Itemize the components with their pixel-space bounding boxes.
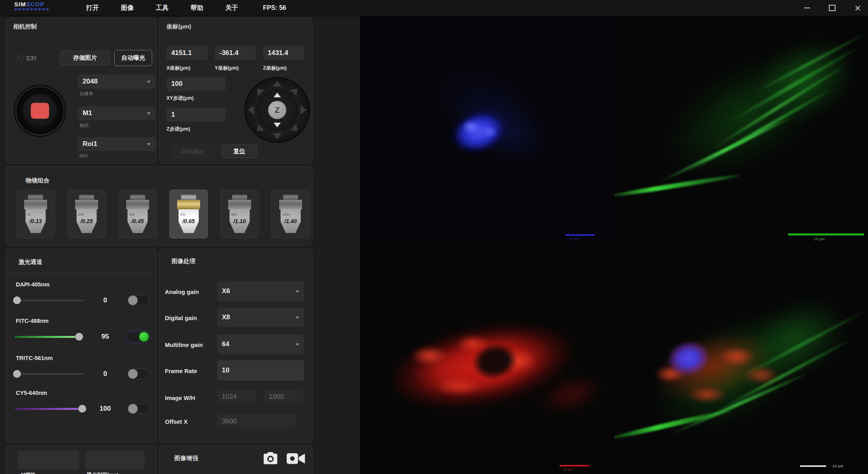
record-stop-button[interactable] bbox=[15, 85, 65, 136]
dapi-toggle[interactable] bbox=[127, 295, 149, 305]
y-coordinate-value[interactable]: -361.4 bbox=[215, 46, 256, 60]
objective-100x[interactable]: 100x/1.40 bbox=[271, 190, 310, 239]
joystick-right-icon[interactable] bbox=[301, 106, 306, 114]
xy-step-input[interactable]: 100 bbox=[166, 77, 226, 91]
objective-icon: 60x/1.10 bbox=[228, 195, 251, 233]
menubar: 打开 图像 工具 帮助 关于 bbox=[75, 0, 249, 16]
m-gain-input[interactable] bbox=[18, 451, 79, 470]
tritc-toggle[interactable] bbox=[127, 369, 149, 379]
chevron-down-icon bbox=[147, 81, 151, 83]
objective-20x[interactable]: 20x/0.45 bbox=[118, 190, 157, 239]
titlebar: SIMSCOP 打开 图像 工具 帮助 关于 FPS: 56 bbox=[0, 0, 868, 16]
tritc-slider[interactable] bbox=[15, 373, 84, 375]
reset-button[interactable]: 复位 bbox=[221, 144, 257, 158]
offset-x-input[interactable]: 3600 bbox=[217, 414, 296, 428]
live-radio[interactable] bbox=[18, 55, 23, 61]
video-camera-icon[interactable] bbox=[286, 451, 306, 466]
menu-about[interactable]: 关于 bbox=[214, 4, 249, 12]
dapi-slider-thumb[interactable] bbox=[13, 296, 21, 304]
maximize-button[interactable] bbox=[827, 3, 837, 13]
objective-60x[interactable]: 60x/1.10 bbox=[220, 190, 259, 239]
z-down-icon[interactable] bbox=[274, 123, 281, 127]
cy5-toggle[interactable] bbox=[127, 404, 149, 414]
objective-4x[interactable]: 4x/0.13 bbox=[16, 190, 55, 239]
joystick-downleft-icon[interactable] bbox=[254, 124, 264, 134]
objective-40x-selected[interactable]: 40x/0.65 bbox=[169, 190, 208, 239]
resolution-label: 分辨率 bbox=[79, 91, 93, 97]
roi-dropdown[interactable]: Roi1 bbox=[78, 137, 155, 151]
objective-icon: 20x/0.45 bbox=[126, 195, 149, 233]
toggle-knob bbox=[128, 369, 138, 379]
menu-image[interactable]: 图像 bbox=[110, 4, 145, 12]
image-width-input[interactable]: 1024 bbox=[217, 390, 256, 404]
auto-exposure-button[interactable]: 自动曝光 bbox=[114, 50, 152, 66]
joystick-left-icon[interactable] bbox=[248, 106, 254, 114]
app-logo: SIMSCOP bbox=[14, 2, 49, 10]
mito-speckle bbox=[407, 344, 451, 368]
joystick-upright-icon[interactable] bbox=[290, 85, 301, 96]
z-up-icon[interactable] bbox=[274, 93, 281, 97]
camera-control-panel: 相机控制 实时 存储图片 自动曝光 2048 分辨率 M1 模式 Roi1 RO… bbox=[6, 18, 157, 163]
digital-gain-label: Digital gain bbox=[165, 315, 197, 321]
stop-icon bbox=[31, 103, 49, 119]
frame-rate-label: Frame Rate bbox=[165, 368, 197, 374]
tritc-channel-view: 10 μm bbox=[360, 245, 614, 474]
toggle-knob bbox=[128, 404, 138, 413]
joystick-downright-icon[interactable] bbox=[290, 124, 301, 134]
objective-icon: 100x/1.40 bbox=[279, 195, 302, 233]
menu-help[interactable]: 帮助 bbox=[180, 4, 214, 12]
camera-icon[interactable] bbox=[261, 449, 280, 467]
exposure-time-input[interactable] bbox=[85, 451, 145, 470]
z-coordinate-value[interactable]: 1431.4 bbox=[263, 46, 304, 60]
z-step-input[interactable]: 1 bbox=[166, 108, 226, 122]
joystick-up-icon[interactable] bbox=[273, 81, 282, 87]
mito-speckle bbox=[741, 364, 782, 387]
store-image-button[interactable]: 存储图片 bbox=[60, 51, 110, 65]
cy5-slider-thumb[interactable] bbox=[78, 405, 86, 413]
cy5-value: 100 bbox=[96, 405, 114, 413]
fitc-toggle[interactable] bbox=[127, 332, 149, 342]
close-icon bbox=[855, 5, 860, 11]
image-height-input[interactable]: 1000 bbox=[264, 390, 303, 404]
fitc-slider[interactable] bbox=[15, 336, 84, 338]
mode-dropdown[interactable]: M1 bbox=[78, 106, 155, 120]
home-button[interactable]: 回到原点 bbox=[170, 145, 216, 158]
analog-gain-dropdown[interactable]: X6 bbox=[217, 281, 304, 301]
menu-tools[interactable]: 工具 bbox=[145, 4, 180, 12]
frame-rate-input[interactable]: 10 bbox=[217, 360, 304, 381]
menu-open[interactable]: 打开 bbox=[75, 4, 110, 12]
x-coordinate-value[interactable]: 4151.1 bbox=[166, 46, 208, 60]
toggle-knob bbox=[139, 332, 149, 341]
tritc-channel-label: TRITC-561nm bbox=[16, 355, 53, 361]
close-button[interactable] bbox=[852, 3, 862, 13]
objectives-title: 物镜组合 bbox=[26, 177, 49, 184]
cy5-slider[interactable] bbox=[15, 408, 84, 410]
dapi-channel-view: 10 μm bbox=[360, 16, 614, 245]
objective-10x[interactable]: 10x/0.25 bbox=[67, 190, 106, 239]
multiline-gain-dropdown[interactable]: 64 bbox=[217, 334, 304, 354]
logo-text-sim: SIM bbox=[14, 1, 26, 8]
stage-joystick[interactable]: Z bbox=[246, 78, 309, 142]
roi-label: ROI bbox=[79, 154, 87, 158]
dapi-slider[interactable] bbox=[15, 300, 84, 301]
tritc-value: 0 bbox=[96, 370, 114, 378]
image-wh-label: Image W/H bbox=[165, 394, 195, 401]
dapi-scalebar-label: 10 μm bbox=[569, 237, 579, 241]
objective-icon: 4x/0.13 bbox=[24, 195, 47, 233]
laser-channels-panel: 激光通道 DAPI-405nm 0 FITC-488nm 95 TRITC-56… bbox=[6, 248, 157, 443]
joystick-z-knob[interactable]: Z bbox=[268, 101, 286, 119]
tritc-slider-thumb[interactable] bbox=[13, 370, 21, 378]
joystick-upleft-icon[interactable] bbox=[254, 85, 264, 96]
window-controls bbox=[802, 0, 862, 16]
fitc-scalebar-label: 10 μm bbox=[814, 237, 825, 241]
camera-control-title: 相机控制 bbox=[13, 23, 37, 30]
minimize-button[interactable] bbox=[802, 3, 812, 13]
objective-icon: 40x/0.65 bbox=[177, 195, 200, 233]
image-enhance-panel: 图像增强 bbox=[159, 446, 312, 474]
fitc-slider-thumb[interactable] bbox=[75, 333, 83, 341]
digital-gain-dropdown[interactable]: X8 bbox=[217, 307, 304, 327]
fitc-channel-view: 10 μm bbox=[614, 16, 868, 245]
multiline-gain-label: Multiline gain bbox=[165, 341, 203, 348]
resolution-dropdown[interactable]: 2048 bbox=[78, 74, 155, 89]
joystick-down-icon[interactable] bbox=[273, 133, 282, 139]
